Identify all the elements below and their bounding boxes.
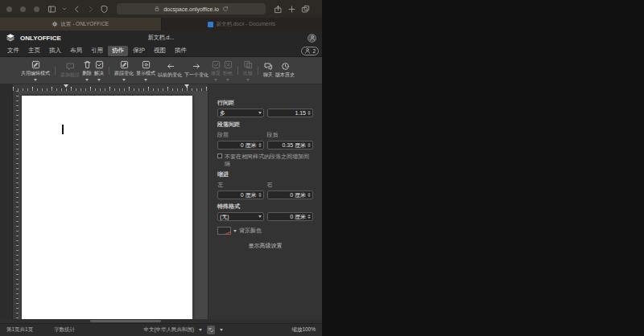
- right-indent-marker[interactable]: [184, 84, 189, 88]
- menu-protection[interactable]: 保护: [129, 46, 149, 56]
- minimize-window-button[interactable]: [20, 6, 26, 12]
- safari-window: docspace.onlyoffice.io 设置 - ONLYOFFICE 新…: [0, 0, 322, 336]
- zoom-level: 缩放100%: [291, 326, 316, 334]
- accept-change-button[interactable]: 接受: [211, 60, 221, 81]
- users-badge[interactable]: 2: [301, 47, 319, 55]
- ruler-row: [0, 84, 322, 91]
- indent-right-field[interactable]: 0 厘米: [267, 191, 314, 199]
- delete-comment-button[interactable]: 删除: [82, 60, 92, 81]
- paragraph-spacing-title: 段落间距: [217, 121, 313, 129]
- horizontal-scrollbar[interactable]: [0, 319, 322, 323]
- document-title: 新文档.d...: [148, 34, 175, 42]
- special-indent-title: 特殊格式: [217, 203, 313, 211]
- tab-document[interactable]: 新文档.docx - Documents: [162, 18, 323, 31]
- safari-toolbar: docspace.onlyoffice.io: [0, 0, 322, 18]
- forward-icon[interactable]: [86, 5, 95, 14]
- text-caret: [62, 125, 64, 134]
- word-count-label[interactable]: 字数统计: [54, 326, 75, 334]
- language-select[interactable]: 中文(中华人民共和国): [143, 326, 194, 334]
- indent-right-label: 右: [267, 181, 314, 189]
- menu-home[interactable]: 主页: [24, 46, 44, 56]
- reject-change-button[interactable]: 拒绝: [223, 60, 233, 81]
- editor-menubar: 文件 主页 插入 布局 引用 协作 保护 视图 插件 2: [0, 45, 322, 57]
- document-page[interactable]: [22, 96, 192, 319]
- maximize-window-button[interactable]: [34, 6, 39, 12]
- tab-overview-icon[interactable]: [301, 5, 310, 14]
- spellcheck-icon[interactable]: [207, 326, 215, 334]
- left-tool-strip: [0, 91, 13, 319]
- track-changes-button[interactable]: 跟踪变化: [114, 60, 134, 81]
- same-style-label: 不要在相同样式的段落之间增加间隔: [225, 153, 313, 167]
- onlyoffice-editor-right: ONLYOFFICE 新文档.d... 文件 主页 插入 布局 引用 协作 保护…: [0, 31, 322, 336]
- special-indent-select[interactable]: (无): [217, 212, 264, 221]
- menu-layout[interactable]: 布局: [66, 46, 86, 56]
- menu-collaboration[interactable]: 协作: [108, 46, 128, 56]
- spacing-before-field[interactable]: 0 厘米: [217, 141, 264, 150]
- line-spacing-title: 行间距: [217, 99, 313, 107]
- add-comment-button[interactable]: 添加批注: [60, 62, 80, 80]
- reload-icon[interactable]: [222, 6, 229, 12]
- next-change-button[interactable]: 下一个变化: [184, 62, 208, 80]
- after-label: 段后: [267, 131, 314, 139]
- safari-tab-bar: 设置 - ONLYOFFICE 新文档.docx - Documents: [0, 18, 322, 31]
- display-mode-button[interactable]: 显示模式: [136, 60, 155, 81]
- special-indent-by-field[interactable]: 0 厘米: [267, 212, 314, 221]
- version-history-button[interactable]: 版本历史: [275, 62, 295, 80]
- onlyoffice-logo-icon: [6, 33, 15, 43]
- line-spacing-type-select[interactable]: 多: [217, 109, 264, 117]
- previous-change-button[interactable]: 以前的变化: [158, 62, 182, 80]
- page-count: 第1页共1页: [6, 326, 33, 334]
- resolve-comment-button[interactable]: 解决: [94, 60, 104, 81]
- indent-marker[interactable]: [64, 84, 68, 88]
- background-color-swatch[interactable]: [217, 227, 231, 235]
- close-window-button[interactable]: [6, 6, 12, 12]
- background-color-label: 背景颜色: [239, 227, 262, 235]
- indents-title: 缩进: [217, 170, 313, 178]
- brand-name: ONLYOFFICE: [20, 35, 61, 42]
- document-canvas[interactable]: [13, 91, 208, 319]
- same-style-checkbox-row[interactable]: 不要在相同样式的段落之间增加间隔: [217, 153, 313, 167]
- back-icon[interactable]: [72, 5, 81, 14]
- chevron-down-icon[interactable]: [61, 6, 68, 12]
- privacy-shield-icon[interactable]: [100, 5, 109, 14]
- editor-header: ONLYOFFICE 新文档.d...: [0, 31, 322, 45]
- url-text: docspace.onlyoffice.io: [163, 6, 219, 12]
- menu-view[interactable]: 视图: [150, 46, 170, 56]
- menu-insert[interactable]: 插入: [45, 46, 65, 56]
- paragraph-settings-panel: 行间距 多 1.15 段落间距 段前段后 0 厘米 0.35 厘米 不要在相同样…: [208, 91, 322, 319]
- indent-left-label: 左: [217, 181, 264, 189]
- tab-settings[interactable]: 设置 - ONLYOFFICE: [0, 18, 161, 31]
- chat-button[interactable]: 聊天: [263, 62, 273, 80]
- advanced-settings-link[interactable]: 显示高级设置: [217, 242, 313, 250]
- indent-left-field[interactable]: 0 厘米: [217, 191, 264, 199]
- menu-references[interactable]: 引用: [87, 46, 107, 56]
- address-bar[interactable]: docspace.onlyoffice.io: [117, 3, 266, 14]
- statusbar: 第1页共1页 字数统计 中文(中华人民共和国) 缩放100%: [0, 323, 322, 336]
- sidebar-toggle-icon[interactable]: [47, 5, 56, 14]
- lock-icon: [154, 6, 160, 12]
- vertical-ruler[interactable]: [13, 91, 19, 319]
- document-favicon: [208, 22, 213, 27]
- vertical-scrollbar[interactable]: [204, 92, 207, 318]
- line-spacing-value-field[interactable]: 1.15: [267, 109, 314, 117]
- collaboration-toolbar: 共用编辑模式 添加批注 删除 解决 跟踪变化 显示模式 以前的变化 下一个变化 …: [0, 57, 322, 84]
- background-color-dropdown-icon[interactable]: [233, 230, 237, 232]
- spacing-after-field[interactable]: 0.35 厘米: [267, 141, 314, 150]
- track-changes-dropdown-icon[interactable]: [220, 329, 223, 331]
- checkbox-icon[interactable]: [217, 154, 222, 158]
- gear-icon: [52, 21, 58, 27]
- share-icon[interactable]: [274, 5, 283, 14]
- compare-button[interactable]: 比较: [243, 60, 253, 81]
- menu-plugins[interactable]: 插件: [171, 46, 191, 56]
- before-label: 段前: [217, 131, 264, 139]
- horizontal-ruler[interactable]: [13, 84, 208, 91]
- new-tab-plus-icon[interactable]: [287, 5, 296, 14]
- user-avatar[interactable]: [308, 34, 316, 43]
- menu-file[interactable]: 文件: [3, 46, 23, 56]
- coediting-mode-button[interactable]: 共用编辑模式: [21, 60, 50, 81]
